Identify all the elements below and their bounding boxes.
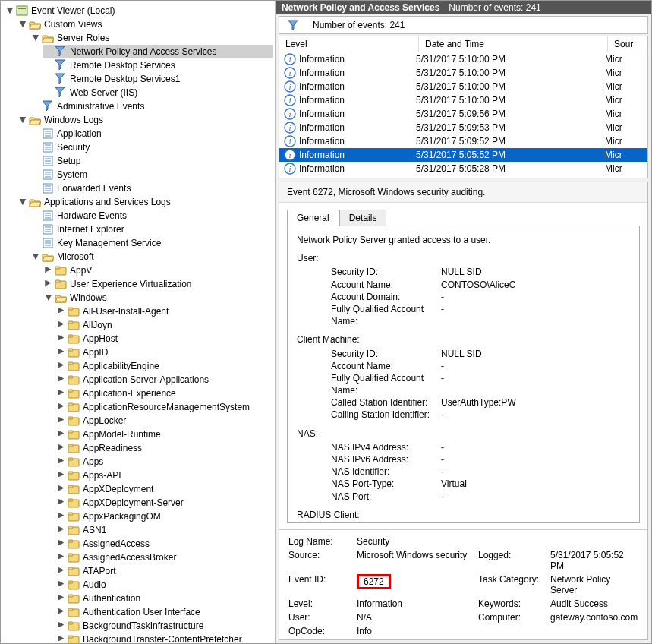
tree-item[interactable]: ⯈AppHost (55, 332, 273, 346)
tree-item[interactable]: ⯈All-User-Install-Agent (55, 305, 273, 318)
expander-icon[interactable]: ⯈ (57, 483, 66, 495)
tree-item[interactable]: ·Network Policy and Access Services (43, 45, 273, 58)
expander-icon[interactable]: ⯆ (18, 18, 27, 30)
tree-item[interactable]: ·Key Management Service (30, 236, 273, 250)
event-row[interactable]: Information5/31/2017 5:10:00 PMMicr (279, 66, 647, 80)
expander-icon[interactable]: ⯈ (57, 387, 66, 399)
tree-item[interactable]: ⯈AllJoyn (55, 318, 273, 332)
expander-icon[interactable]: ⯆ (18, 114, 27, 126)
tree-item[interactable]: ⯈AppLocker (55, 414, 273, 428)
expander-icon[interactable]: ⯈ (57, 524, 66, 536)
tree-item[interactable]: ⯈Application Server-Applications (55, 373, 273, 387)
tree-item[interactable]: ⯈AppModel-Runtime (55, 428, 273, 441)
tree-item[interactable]: ·Hardware Events (30, 209, 273, 223)
expander-icon[interactable]: ⯈ (57, 319, 66, 331)
tab-details[interactable]: Details (339, 210, 387, 226)
tree-item[interactable]: ⯈AppReadiness (55, 441, 273, 455)
expander-icon[interactable]: ⯆ (44, 292, 53, 304)
tree-item[interactable]: ⯈AssignedAccess (55, 537, 273, 551)
tree-item[interactable]: ·Remote Desktop Services (43, 58, 273, 72)
tree-item[interactable]: ·Forwarded Events (30, 182, 273, 195)
expander-icon[interactable]: ⯈ (57, 538, 66, 550)
expander-icon[interactable]: ⯈ (57, 497, 66, 509)
event-row[interactable]: Information5/31/2017 5:09:52 PMMicr (279, 134, 647, 148)
expander-icon[interactable]: ⯈ (57, 360, 66, 372)
expander-icon[interactable]: ⯈ (57, 565, 66, 577)
tree-item[interactable]: ·Web Server (IIS) (43, 86, 273, 99)
tree-item[interactable]: ⯈Authentication (55, 592, 273, 605)
tree-item[interactable]: ⯈Apps-API (55, 469, 273, 482)
expander-icon[interactable]: ⯈ (57, 305, 66, 317)
tree-item[interactable]: ⯈Authentication User Interface (55, 605, 273, 619)
tree-item[interactable]: ·Application (30, 127, 273, 140)
expander-icon[interactable]: ⯈ (57, 456, 66, 468)
event-row[interactable]: Information5/31/2017 5:10:00 PMMicr (279, 80, 647, 93)
expander-icon[interactable]: ⯈ (57, 510, 66, 522)
tree-item[interactable]: ⯈AppXDeployment (55, 482, 273, 496)
expander-icon[interactable]: ⯈ (57, 333, 66, 345)
expander-icon[interactable]: ⯈ (57, 592, 66, 605)
expander-icon[interactable]: ⯈ (44, 264, 53, 276)
tree-item[interactable]: ⯈ASN1 (55, 523, 273, 537)
expander-icon[interactable]: ⯈ (57, 620, 66, 632)
expander-icon[interactable]: ⯈ (57, 346, 66, 358)
expander-icon[interactable]: ⯈ (44, 278, 53, 290)
tree-microsoft[interactable]: ⯆Microsoft (30, 250, 273, 264)
tree-custom-views[interactable]: ⯆ Custom Views (17, 17, 273, 31)
event-row[interactable]: Information5/31/2017 5:09:53 PMMicr (279, 121, 647, 134)
tree-windows-logs[interactable]: ⯆ Windows Logs (17, 113, 273, 127)
expander-icon[interactable]: ⯆ (31, 251, 40, 263)
tree-item[interactable]: ⯈AppID (55, 346, 273, 359)
expander-icon[interactable]: ⯈ (57, 401, 66, 413)
filter-bar[interactable]: Number of events: 241 (279, 16, 648, 34)
tree-item[interactable]: ⯈Application-Experience (55, 387, 273, 400)
tab-general[interactable]: General (287, 210, 339, 226)
tree-item[interactable]: ⯈ApplicabilityEngine (55, 359, 273, 373)
expander-icon[interactable]: ⯈ (57, 469, 66, 481)
expander-icon[interactable]: ⯈ (57, 374, 66, 386)
tree-item[interactable]: ⯈Apps (55, 455, 273, 469)
expander-icon[interactable]: ⯈ (57, 606, 66, 618)
tree-item[interactable]: ·System (30, 168, 273, 182)
event-list-body[interactable]: Information5/31/2017 5:10:00 PMMicrInfor… (279, 52, 647, 178)
event-row[interactable]: Information5/31/2017 5:05:52 PMMicr (279, 148, 647, 162)
tree-item[interactable]: ·Remote Desktop Services1 (43, 72, 273, 86)
tree-windows[interactable]: ⯆Windows (43, 291, 273, 305)
tree-item[interactable]: ⯈AssignedAccessBroker (55, 551, 273, 564)
col-source[interactable]: Sour (608, 36, 647, 52)
tree-item[interactable]: ·Security (30, 140, 273, 154)
expander-icon[interactable]: ⯈ (57, 415, 66, 427)
tree-item[interactable]: ·Setup (30, 154, 273, 168)
navigation-tree-pane[interactable]: ⯆ Event Viewer (Local) ⯆ Custom Views (1, 1, 276, 643)
tree-item[interactable]: ·Internet Explorer (30, 223, 273, 236)
expander-icon[interactable]: ⯆ (5, 5, 14, 17)
col-level[interactable]: Level (279, 36, 419, 52)
tree-admin-events[interactable]: · Administrative Events (30, 99, 273, 113)
tree-server-roles[interactable]: ⯆ Server Roles (30, 31, 273, 45)
event-row[interactable]: Information5/31/2017 5:10:00 PMMicr (279, 52, 647, 66)
event-row[interactable]: Information5/31/2017 5:10:00 PMMicr (279, 93, 647, 107)
expander-icon[interactable]: ⯆ (18, 196, 27, 208)
tree-item[interactable]: ⯈ApplicationResourceManagementSystem (55, 400, 273, 414)
event-row[interactable]: Information5/31/2017 5:09:56 PMMicr (279, 107, 647, 121)
tree-item[interactable]: ⯈AppxPackagingOM (55, 510, 273, 523)
tree-item[interactable]: ⯈ATAPort (55, 564, 273, 578)
col-date[interactable]: Date and Time (419, 36, 608, 52)
details-body[interactable]: Network Policy Server granted access to … (287, 226, 640, 523)
tree-item[interactable]: ⯈Audio (55, 578, 273, 592)
tree-item[interactable]: ⯈AppXDeployment-Server (55, 496, 273, 510)
expander-icon[interactable]: ⯈ (57, 428, 66, 440)
tree-item[interactable]: ⯈AppV (43, 264, 273, 277)
tree-root[interactable]: ⯆ Event Viewer (Local) (4, 4, 273, 17)
expander-icon[interactable]: ⯈ (57, 551, 66, 564)
tree-apps-services[interactable]: ⯆ Applications and Services Logs (17, 195, 273, 209)
tree-item[interactable]: ⯈BackgroundTransfer-ContentPrefetcher (55, 633, 273, 643)
expander-icon[interactable]: ⯈ (57, 579, 66, 591)
expander-icon[interactable]: ⯆ (31, 32, 40, 44)
event-row[interactable]: Information5/31/2017 5:05:28 PMMicr (279, 162, 647, 175)
expander-icon[interactable]: ⯈ (57, 442, 66, 454)
event-list-header[interactable]: Level Date and Time Sour (279, 36, 647, 52)
expander-icon[interactable]: ⯈ (57, 633, 66, 643)
tree-item[interactable]: ⯈User Experience Virtualization (43, 277, 273, 291)
tree-item[interactable]: ⯈BackgroundTaskInfrastructure (55, 619, 273, 633)
